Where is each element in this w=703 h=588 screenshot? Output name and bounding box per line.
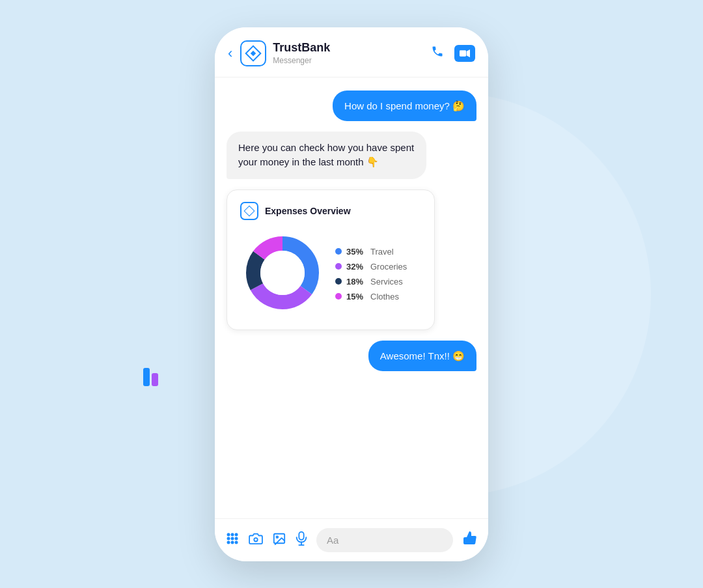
side-brand-logo (143, 368, 158, 386)
legend-services: 18% Services (335, 277, 407, 287)
svg-point-6 (260, 251, 305, 295)
svg-point-12 (235, 537, 238, 540)
svg-point-16 (254, 538, 257, 541)
header-text: TrustBank Messenger (273, 41, 431, 65)
chart-area: 35% Travel 32% Groceries 18% Services (240, 231, 421, 318)
message-input[interactable]: Aa (316, 528, 453, 552)
grid-icon[interactable] (225, 531, 240, 549)
message-outgoing-1: How do I spend money? 🤔 (333, 91, 476, 121)
back-button[interactable]: ‹ (228, 45, 232, 62)
card-header: Expenses Overview (240, 202, 421, 220)
video-icon[interactable] (454, 45, 475, 62)
svg-point-11 (231, 537, 234, 540)
legend-groceries: 32% Groceries (335, 262, 407, 272)
toolbar: Aa (215, 518, 488, 561)
bank-logo-diamond (245, 45, 262, 61)
groceries-dot (335, 263, 342, 270)
legend-clothes: 15% Clothes (335, 292, 407, 301)
clothes-dot (335, 293, 342, 300)
svg-point-7 (227, 533, 230, 536)
chat-subtitle: Messenger (273, 56, 431, 65)
expenses-card: Expenses Overview (227, 189, 435, 330)
svg-marker-1 (467, 49, 470, 57)
brand-bar-left (143, 368, 150, 386)
camera-icon[interactable] (249, 533, 263, 548)
svg-point-10 (227, 537, 230, 540)
services-dot (335, 278, 342, 285)
phone-icon[interactable] (431, 45, 444, 61)
legend-travel: 35% Travel (335, 247, 407, 257)
svg-point-14 (231, 540, 234, 544)
image-icon[interactable] (272, 532, 286, 548)
brand-bar-right (152, 373, 158, 386)
message-incoming-1: Here you can check how you have spent yo… (227, 132, 426, 179)
card-logo-diamond (244, 205, 255, 216)
phone-frame: ‹ TrustBank Messenger (215, 27, 488, 561)
message-outgoing-2: Awesome! Tnx!! 😁 (368, 341, 476, 371)
svg-rect-19 (299, 531, 303, 539)
chat-header: ‹ TrustBank Messenger (215, 27, 488, 77)
card-title: Expenses Overview (265, 206, 351, 216)
svg-rect-0 (460, 50, 466, 56)
svg-point-8 (231, 533, 234, 536)
bank-logo-inner (251, 50, 256, 55)
donut-chart (240, 231, 325, 318)
thumbs-up-button[interactable] (462, 530, 478, 550)
bank-name: TrustBank (273, 41, 431, 55)
header-actions (431, 45, 475, 62)
svg-point-9 (235, 533, 238, 536)
chart-legend: 35% Travel 32% Groceries 18% Services (335, 247, 407, 301)
svg-point-15 (235, 540, 238, 544)
svg-point-13 (227, 540, 230, 544)
travel-dot (335, 248, 342, 255)
card-logo (240, 202, 258, 220)
chat-area: How do I spend money? 🤔 Here you can che… (215, 77, 488, 518)
input-placeholder: Aa (327, 535, 338, 546)
bank-logo (240, 40, 266, 66)
svg-point-18 (276, 536, 278, 538)
mic-icon[interactable] (296, 531, 307, 549)
